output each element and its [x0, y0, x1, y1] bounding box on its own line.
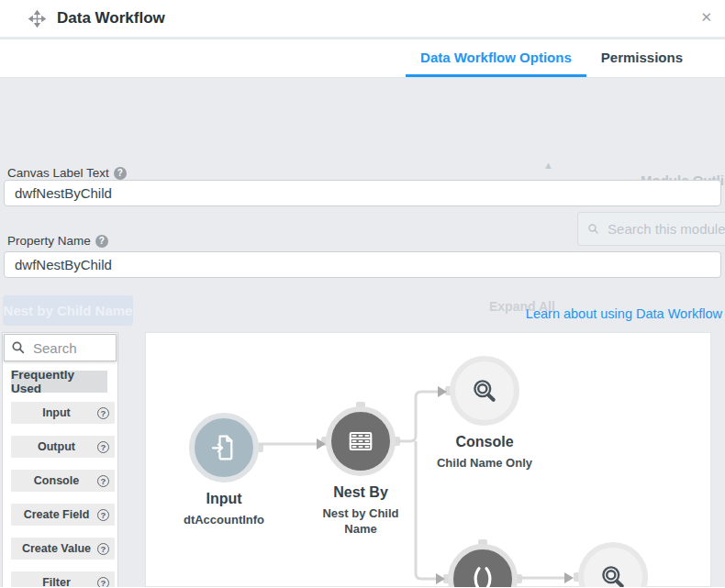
field-label-text: Canvas Label Text [7, 166, 109, 180]
tab-data-workflow-options[interactable]: Data Workflow Options [406, 39, 586, 77]
help-icon[interactable]: ? [114, 167, 127, 180]
nest-by-child-name-ghost-button: Nest by Child Name [3, 295, 133, 326]
node-subtitle: Nest by Child Name [313, 506, 408, 538]
canvas-label-text-label: Canvas Label Text ? [7, 166, 127, 180]
sidebar-item-output[interactable]: Output ? [11, 436, 115, 458]
node-subtitle: Child Name Only [437, 456, 532, 472]
sidebar-item-create-value[interactable]: Create Value ? [11, 538, 115, 560]
help-icon[interactable]: ? [97, 577, 109, 588]
frequently-used-header: Frequently Used [11, 371, 107, 393]
table-icon [344, 425, 377, 458]
field-label-text: Property Name [7, 234, 91, 248]
module-search-box: Search this module... [577, 212, 725, 246]
parentheses-icon [466, 562, 499, 587]
data-workflow-modal: Data Workflow ✕ Data Workflow Options Pe… [0, 0, 725, 588]
module-sidebar: Frequently Used Input ? Output ? Console… [2, 332, 118, 587]
close-icon[interactable]: ✕ [700, 9, 712, 26]
modal-header: Data Workflow ✕ [0, 0, 725, 37]
sidebar-item-console[interactable]: Console ? [11, 470, 115, 492]
help-icon[interactable]: ? [97, 441, 109, 453]
console-node-circle [578, 542, 648, 587]
node-console-size[interactable]: Console size [544, 542, 682, 587]
node-title: Nest By [333, 484, 388, 501]
learn-about-link[interactable]: Learn about using Data Workflow [526, 306, 722, 321]
node-console-child-name-only[interactable]: Console Child Name Only [416, 356, 553, 472]
item-label: Console [34, 474, 79, 487]
workflow-canvas[interactable]: Input dtAccountInfo N [145, 332, 711, 587]
search-icon [587, 221, 599, 237]
magnifier-icon [467, 373, 502, 408]
sidebar-item-create-field[interactable]: Create Field ? [11, 504, 115, 526]
node-input[interactable]: Input dtAccountInfo [155, 413, 293, 528]
file-import-icon [207, 431, 240, 464]
node-size[interactable]: Size [414, 544, 552, 587]
node-title: Console [455, 434, 513, 450]
property-name-label: Property Name ? [7, 234, 108, 248]
tab-bar: Data Workflow Options Permissions [0, 39, 725, 78]
node-subtitle: dtAccountInfo [184, 513, 264, 528]
magnifier-icon [596, 560, 630, 587]
console-node-circle [450, 356, 519, 426]
item-label: Create Value [22, 542, 91, 555]
nest-by-node-circle [326, 406, 396, 476]
sidebar-search[interactable] [4, 334, 117, 361]
canvas-label-text-input[interactable] [4, 180, 721, 206]
page-title: Data Workflow [57, 9, 165, 28]
help-icon[interactable]: ? [97, 475, 109, 487]
move-icon[interactable] [28, 9, 46, 28]
tab-permissions[interactable]: Permissions [586, 39, 697, 77]
scroll-up-icon: ▲ [543, 160, 553, 171]
help-icon[interactable]: ? [97, 543, 109, 555]
size-node-circle [448, 544, 518, 587]
node-title: Input [206, 491, 241, 507]
item-label: Filter [42, 576, 71, 587]
sidebar-item-input[interactable]: Input ? [11, 402, 115, 424]
item-label: Input [42, 406, 71, 419]
sidebar-search-input[interactable] [31, 339, 113, 357]
help-icon[interactable]: ? [97, 407, 109, 419]
module-search-placeholder: Search this module... [608, 221, 725, 237]
help-icon[interactable]: ? [95, 235, 108, 248]
node-nest-by[interactable]: Nest By Nest by Child Name [292, 406, 429, 538]
modal-body: ▲ Module Outline Search this module... E… [0, 78, 725, 587]
input-node-circle [189, 413, 259, 483]
item-label: Output [38, 440, 75, 453]
sidebar-item-filter[interactable]: Filter ? [11, 571, 115, 587]
search-icon [11, 340, 26, 355]
item-label: Create Field [24, 508, 90, 521]
help-icon[interactable]: ? [97, 509, 109, 521]
property-name-input[interactable] [4, 251, 721, 278]
